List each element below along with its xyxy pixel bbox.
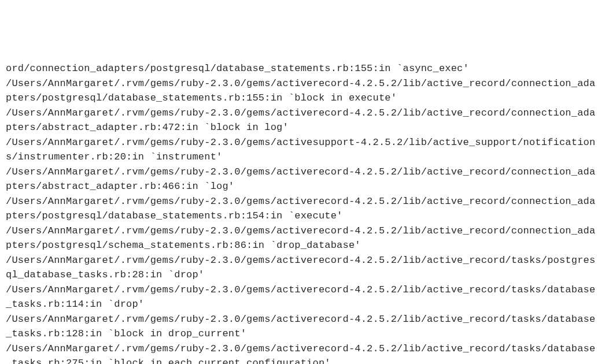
stacktrace-line: /Users/AnnMargaret/.rvm/gems/ruby-2.3.0/…	[6, 196, 595, 222]
stacktrace-line: /Users/AnnMargaret/.rvm/gems/ruby-2.3.0/…	[6, 343, 595, 365]
stacktrace-line: ord/connection_adapters/postgresql/datab…	[6, 63, 469, 74]
stacktrace-line: /Users/AnnMargaret/.rvm/gems/ruby-2.3.0/…	[6, 166, 595, 192]
stacktrace-line: /Users/AnnMargaret/.rvm/gems/ruby-2.3.0/…	[6, 78, 595, 104]
stacktrace-line: /Users/AnnMargaret/.rvm/gems/ruby-2.3.0/…	[6, 225, 595, 251]
stacktrace-line: /Users/AnnMargaret/.rvm/gems/ruby-2.3.0/…	[6, 137, 595, 163]
stacktrace-line: /Users/AnnMargaret/.rvm/gems/ruby-2.3.0/…	[6, 314, 595, 340]
stacktrace-line: /Users/AnnMargaret/.rvm/gems/ruby-2.3.0/…	[6, 107, 595, 133]
stacktrace-line: /Users/AnnMargaret/.rvm/gems/ruby-2.3.0/…	[6, 284, 595, 310]
terminal-stacktrace: ord/connection_adapters/postgresql/datab…	[6, 61, 599, 364]
stacktrace-line: /Users/AnnMargaret/.rvm/gems/ruby-2.3.0/…	[6, 255, 595, 281]
